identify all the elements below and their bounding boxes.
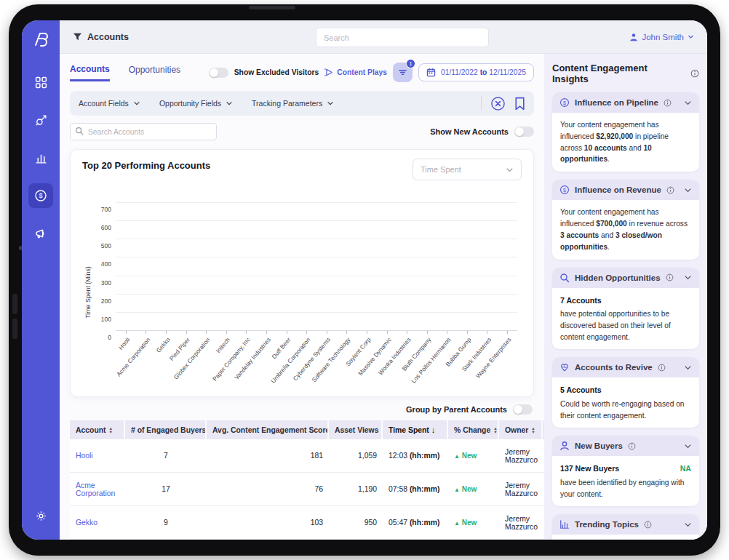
column-header-asset-views[interactable]: Asset Views▲▼ [329,420,383,439]
column-header--change[interactable]: % Change▲▼ [448,420,499,439]
column-header-time-spent[interactable]: Time Spent ↓ [383,420,448,439]
search-accounts-input[interactable] [70,123,217,140]
dollar-circle-icon: $ [559,97,570,108]
chevron-down-icon[interactable] [684,364,692,372]
column-header--of-engaged-buyers[interactable]: # of Engaged Buyers▲▼ [125,420,207,439]
change-cell: ▲ New [448,506,499,540]
app-screen: $ Accounts John Smith Accounts [22,20,707,540]
na-badge: NA [680,463,691,474]
insight-card-body: 7 Accountshave potential opportunities t… [552,288,699,350]
insight-card-header[interactable]: Trending Topics [552,514,699,535]
info-icon[interactable] [666,273,674,281]
owner-cell: Jeremy Mazzurco [499,506,543,540]
account-cell[interactable]: Gekko [70,506,125,540]
info-icon[interactable] [658,364,666,372]
top-bar: Accounts John Smith [60,20,707,54]
tracking-parameters-dropdown[interactable]: Tracking Parameters [252,99,334,108]
insight-card-header[interactable]: New Buyers [552,436,699,456]
info-icon[interactable] [628,442,636,450]
person-icon [629,33,638,41]
tab-accounts[interactable]: Accounts [70,64,110,81]
x-tick-label: Gekko [155,336,172,354]
divider [481,96,482,111]
account-fields-dropdown[interactable]: Account Fields [79,99,140,108]
bar-chart-icon[interactable] [28,145,53,170]
insight-card-header[interactable]: Hidden Opportunities [552,268,699,288]
insight-card-body: 5 AccountsCould be worth re-engaging bas… [552,377,699,428]
insight-headline: 7 Accounts [560,295,602,306]
account-cell[interactable]: Hooli [70,439,125,473]
owner-cell: Jeremy Mazzurco [499,473,543,506]
chevron-down-icon[interactable] [684,442,692,450]
y-tick-label: 600 [101,224,111,231]
asset-views-cell: 1,059 [329,439,383,473]
person-icon [559,441,570,451]
avg-score-cell: 76 [207,473,329,506]
insight-card-title: Influence on Revenue [575,185,661,194]
owner-cell: Jeremy Mazzurco [499,439,543,473]
info-icon[interactable] [644,521,652,529]
filter-lines-icon [398,68,407,77]
tab-opportunities[interactable]: Opportunities [129,65,180,80]
accounts-table: Account▲▼# of Engaged Buyers▲▼Avg. Conte… [70,420,544,540]
insight-card-header[interactable]: Accounts to Revive [552,357,699,377]
insight-cards: $Influence on PipelineYour content engag… [552,92,699,540]
chevron-down-icon[interactable] [684,273,692,281]
account-cell[interactable]: Acme Corporation [70,473,125,506]
tabs-row: Accounts Opportunities Show Excluded Vis… [60,54,544,82]
show-new-accounts-toggle[interactable] [514,127,534,137]
info-icon[interactable] [664,99,672,107]
dollar-circle-icon[interactable]: $ [28,183,53,208]
svg-text:$: $ [563,100,566,105]
date-range-picker[interactable]: 01/11/2022 to 12/11/2025 [418,63,534,81]
chart-card: Top 20 Performing Accounts Time Spent Ti… [70,149,534,397]
insight-card-hidden-opportunities: Hidden Opportunities7 Accountshave poten… [552,268,699,350]
info-icon[interactable] [666,186,674,194]
calendar-icon [426,68,436,77]
field-filter-bar: Account Fields Opportunity Fields Tracki… [70,91,534,116]
y-tick-label: 0 [108,334,111,341]
column-header-account[interactable]: Account▲▼ [70,420,125,439]
metric-selector-dropdown[interactable]: Time Spent [413,159,522,180]
content-plays-link[interactable]: Content Plays [324,68,387,77]
chevron-down-icon[interactable] [684,186,692,194]
column-header-owner[interactable]: Owner▲▼ [499,420,543,439]
gear-icon[interactable] [28,503,53,528]
tablet-frame: $ Accounts John Smith Accounts [9,4,720,556]
insight-card-header[interactable]: $Influence on Revenue [552,180,699,200]
info-icon[interactable] [690,69,699,78]
insight-card-influence-on-pipeline: $Influence on PipelineYour content engag… [552,92,699,172]
column-header-avg-content-engagement-score[interactable]: Avg. Content Engagement Score▲▼ [207,420,329,439]
filter-button[interactable]: 1 [393,63,413,82]
grid-icon[interactable] [28,70,53,95]
account-search-row: Show New Accounts [70,123,534,140]
bookmark-icon[interactable] [514,97,525,111]
main-content: Accounts Opportunities Show Excluded Vis… [60,54,544,540]
insights-title: Content Engagement Insights [552,63,686,84]
tablet-volume-button [12,294,17,314]
insights-panel: Content Engagement Insights $Influence o… [544,54,707,540]
insight-card-new-buyers: New Buyers137 New BuyersNAhave been iden… [552,436,699,506]
user-menu[interactable]: John Smith [629,33,694,41]
y-tick-label: 500 [101,242,111,249]
global-search-input[interactable] [316,28,489,47]
insight-card-title: Hidden Opportunities [575,273,661,282]
chevron-down-icon [226,100,233,107]
opportunity-fields-dropdown[interactable]: Opportunity Fields [159,99,233,108]
filter-count-badge: 1 [406,59,415,68]
chevron-down-icon[interactable] [684,99,692,107]
insight-card-body: Your content engagement has influenced $… [552,113,699,172]
engaged-buyers-cell: 17 [125,473,207,506]
rocket-icon[interactable] [28,108,53,132]
megaphone-icon[interactable] [28,221,53,246]
bar-chart-icon [559,519,570,529]
show-excluded-visitors-label: Show Excluded Visitors [234,68,319,76]
chevron-down-icon[interactable] [684,521,692,529]
group-by-parent-toggle[interactable] [513,404,533,415]
y-tick-label: 400 [101,260,111,268]
x-tick-label: Hooli [117,336,132,351]
show-excluded-visitors-toggle[interactable] [209,68,228,78]
chevron-down-icon [133,100,140,107]
clear-filters-icon[interactable] [490,96,506,111]
insight-card-header[interactable]: $Influence on Pipeline [552,92,699,113]
